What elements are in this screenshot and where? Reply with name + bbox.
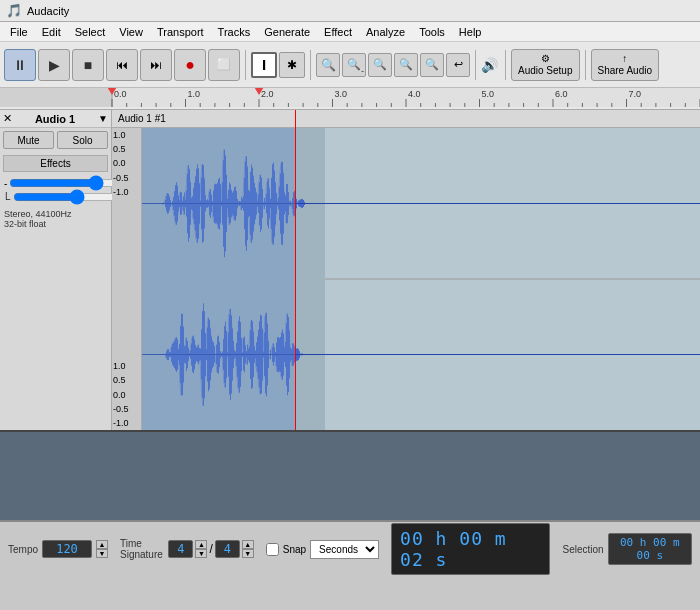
zoom-fit-button[interactable]: 🔍 (394, 53, 418, 77)
zoom-sel-button[interactable]: 🔍 (368, 53, 392, 77)
toolbar-sep-1 (245, 50, 246, 80)
time-sig-controls: 4 ▲ ▼ / 4 ▲ ▼ (168, 540, 253, 558)
menu-bar: File Edit Select View Transport Tracks G… (0, 22, 700, 42)
time-sig-num-up[interactable]: ▲ (195, 540, 207, 549)
menu-tracks[interactable]: Tracks (212, 25, 257, 39)
audio-setup-button[interactable]: ⚙ Audio Setup (511, 49, 580, 81)
track-mute-solo-row: Mute Solo (0, 128, 111, 152)
track-dropdown-button[interactable]: ▼ (98, 113, 108, 124)
audio-setup-icon: ⚙ (541, 53, 550, 64)
time-sig-label: Time Signature (120, 538, 164, 560)
menu-select[interactable]: Select (69, 25, 112, 39)
tempo-up[interactable]: ▲ (96, 540, 108, 549)
skip-fwd-button[interactable]: ⏭ (140, 49, 172, 81)
menu-transport[interactable]: Transport (151, 25, 210, 39)
time-sig-den-spinner: ▲ ▼ (242, 540, 254, 558)
snap-group: Snap Seconds (266, 540, 379, 559)
stop-button[interactable]: ■ (72, 49, 104, 81)
share-audio-button[interactable]: ↑ Share Audio (591, 49, 660, 81)
track-label-bar: Audio 1 #1 (112, 110, 700, 128)
time-sig-num-spinner: ▲ ▼ (195, 540, 207, 558)
track-close-button[interactable]: ✕ (3, 112, 12, 125)
time-sig-group: Time Signature 4 ▲ ▼ / 4 ▲ ▼ (120, 538, 254, 560)
app-icon: 🎵 (6, 3, 22, 18)
record-button[interactable]: ● (174, 49, 206, 81)
tempo-spinner: ▲ ▼ (96, 540, 108, 558)
toolbar-sep-2 (310, 50, 311, 80)
selection-label: Selection (562, 544, 603, 555)
bottom-transport-area (0, 430, 700, 520)
tempo-label: Tempo (8, 544, 38, 555)
play-button[interactable]: ▶ (38, 49, 70, 81)
menu-analyze[interactable]: Analyze (360, 25, 411, 39)
track-number-label: Audio 1 #1 (118, 113, 166, 124)
tempo-group: Tempo 120 ▲ ▼ (8, 540, 108, 558)
zoom-tog-button[interactable]: 🔍 (420, 53, 444, 77)
title-bar: 🎵 Audacity (0, 0, 700, 22)
effects-button[interactable]: Effects (3, 155, 108, 172)
menu-tools[interactable]: Tools (413, 25, 451, 39)
pan-row: L R (0, 191, 111, 203)
volume-minus-label: - (4, 178, 7, 189)
menu-edit[interactable]: Edit (36, 25, 67, 39)
audio-setup-label: Audio Setup (518, 65, 573, 76)
timeline-ruler (0, 88, 700, 110)
skip-back-button[interactable]: ⏮ (106, 49, 138, 81)
toolbar-sep-4 (505, 50, 506, 80)
time-sig-num[interactable]: 4 (168, 540, 193, 558)
toolbar: ⏸ ▶ ■ ⏮ ⏭ ● ⬜ I ✱ 🔍 🔍- 🔍 🔍 🔍 ↩ 🔊 ⚙ Audio… (0, 42, 700, 88)
share-icon: ↑ (622, 53, 627, 64)
zoom-in-button[interactable]: 🔍 (316, 53, 340, 77)
track-name-label: Audio 1 (35, 113, 75, 125)
overdub-button[interactable]: ⬜ (208, 49, 240, 81)
track-header: ✕ Audio 1 ▼ (0, 110, 111, 128)
app-title: Audacity (27, 5, 69, 17)
time-sig-num-down[interactable]: ▼ (195, 549, 207, 558)
menu-effect[interactable]: Effect (318, 25, 358, 39)
zoom-out-button[interactable]: 🔍- (342, 53, 366, 77)
ruler-canvas (0, 88, 700, 107)
time-display: 00 h 00 m 02 s (391, 523, 550, 575)
scale-panel: 1.0 0.5 0.0 -0.5 -1.0 1.0 0.5 0.0 -0.5 -… (112, 128, 142, 430)
track-info: Stereo, 44100Hz 32-bit float (0, 207, 111, 231)
menu-view[interactable]: View (113, 25, 149, 39)
playhead (295, 110, 296, 430)
selection-group: Selection 00 h 00 m 00 s (562, 533, 692, 565)
toolbar-sep-5 (585, 50, 586, 80)
tempo-down[interactable]: ▼ (96, 549, 108, 558)
tempo-value[interactable]: 120 (42, 540, 92, 558)
mute-button[interactable]: Mute (3, 131, 54, 149)
time-sig-den-down[interactable]: ▼ (242, 549, 254, 558)
share-label: Share Audio (598, 65, 653, 76)
menu-generate[interactable]: Generate (258, 25, 316, 39)
snap-label[interactable]: Snap (283, 544, 306, 555)
menu-help[interactable]: Help (453, 25, 488, 39)
toolbar-sep-3 (475, 50, 476, 80)
multi-tool-button[interactable]: ✱ (279, 52, 305, 78)
pause-button[interactable]: ⏸ (4, 49, 36, 81)
track-control-panel: ✕ Audio 1 ▼ Mute Solo Effects - + L R St… (0, 110, 112, 430)
track-bit-depth: 32-bit float (4, 219, 107, 229)
menu-file[interactable]: File (4, 25, 34, 39)
snap-checkbox[interactable] (266, 543, 279, 556)
volume-icon: 🔊 (481, 57, 498, 73)
zoom-undo-button[interactable]: ↩ (446, 53, 470, 77)
time-sig-den-up[interactable]: ▲ (242, 540, 254, 549)
track-sample-rate: Stereo, 44100Hz (4, 209, 107, 219)
track-area: ✕ Audio 1 ▼ Mute Solo Effects - + L R St… (0, 110, 700, 430)
selection-tool-button[interactable]: I (251, 52, 277, 78)
pan-left-label: L (5, 191, 11, 203)
status-bar: Tempo 120 ▲ ▼ Time Signature 4 ▲ ▼ / 4 ▲… (0, 520, 700, 576)
snap-select[interactable]: Seconds (310, 540, 379, 559)
solo-button[interactable]: Solo (57, 131, 108, 149)
time-sig-den[interactable]: 4 (215, 540, 240, 558)
track-canvas-area[interactable]: Audio 1 #1 1.0 0.5 0.0 -0.5 -1.0 1.0 0.5… (112, 110, 700, 430)
selection-value: 00 h 00 m 00 s (608, 533, 692, 565)
